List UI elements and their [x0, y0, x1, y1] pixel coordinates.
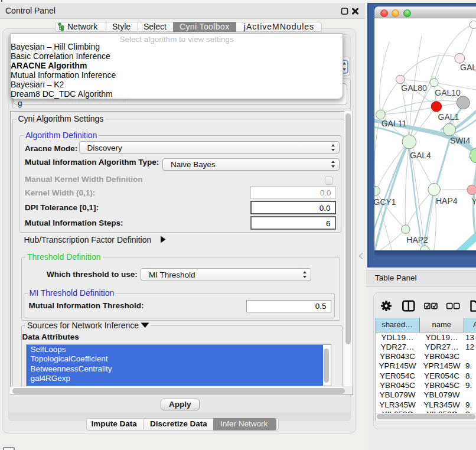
svg-text:HAP4: HAP4 — [436, 196, 458, 206]
svg-text:Y: Y — [472, 197, 476, 206]
svg-text:GAL11: GAL11 — [382, 119, 407, 128]
svg-text:GAL80: GAL80 — [401, 83, 427, 93]
svg-text:GAL1: GAL1 — [438, 112, 459, 122]
svg-text:GAL4: GAL4 — [410, 151, 431, 160]
svg-text:GAL2: GAL2 — [460, 63, 476, 72]
svg-text:SWI4: SWI4 — [450, 136, 470, 145]
svg-text:GAL10: GAL10 — [435, 88, 461, 97]
svg-text:HAP2: HAP2 — [406, 235, 428, 244]
svg-text:GCY1: GCY1 — [374, 197, 396, 207]
